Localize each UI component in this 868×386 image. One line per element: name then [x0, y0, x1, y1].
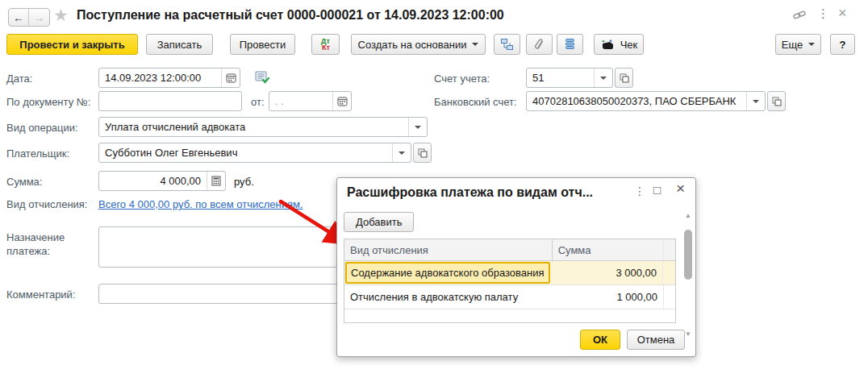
date-label: Дата: — [6, 73, 32, 85]
table-header-row[interactable]: Вид отчисления Сумма — [344, 239, 675, 261]
dropdown-icon[interactable] — [594, 68, 612, 87]
more-actions-button[interactable]: Еще — [775, 34, 821, 55]
account-open-button[interactable] — [615, 68, 633, 88]
dropdown-icon[interactable] — [746, 92, 765, 110]
cancel-button[interactable]: Отмена — [627, 330, 685, 350]
doc-number-label: По документу №: — [6, 96, 90, 108]
payment-breakdown-dialog: Расшифровка платежа по видам отч... ⋮ □ … — [336, 177, 696, 357]
dtkt-icon: ДтКт — [318, 38, 333, 51]
bank-account-field[interactable]: 40702810638050020373, ПАО СБЕРБАНК — [526, 91, 766, 111]
payer-field[interactable]: Субботин Олег Евгеньевич — [98, 143, 411, 163]
deductions-table: Вид отчисления Сумма Содержание адвокатс… — [344, 239, 676, 323]
account-label: Счет учета: — [434, 73, 490, 85]
dialog-scrollbar[interactable]: ▲ ▼ — [683, 212, 693, 338]
add-row-button[interactable]: Добавить — [344, 212, 414, 232]
payment-purpose-label: Назначение платежа: — [6, 230, 87, 258]
bank-account-open-button[interactable] — [767, 91, 786, 111]
scroll-up-icon[interactable]: ▲ — [683, 212, 693, 219]
type-cell[interactable]: Отчисления в адвокатскую палату — [344, 285, 552, 309]
chevron-down-icon — [808, 43, 815, 46]
doc-date-ot-label: от: — [251, 96, 265, 108]
calendar-icon[interactable] — [221, 68, 240, 87]
table-row[interactable]: Содержание адвокатского образования 3 00… — [344, 261, 675, 285]
hierarchy-icon — [500, 38, 514, 51]
check-button[interactable]: Чек — [594, 34, 644, 55]
chevron-down-icon — [472, 43, 478, 46]
operation-label: Вид операции: — [6, 122, 78, 134]
calculator-icon[interactable] — [207, 172, 225, 190]
payer-open-button[interactable] — [413, 143, 432, 163]
doc-date-field[interactable]: . . — [269, 91, 352, 111]
column-header-extra — [663, 239, 675, 260]
window-close-icon[interactable]: × — [838, 6, 847, 19]
date-field[interactable]: 14.09.2023 12:00:00 — [98, 68, 240, 88]
amount-cell[interactable]: 1 000,00 — [552, 285, 663, 309]
page-title: Поступление на расчетный счет 0000-00002… — [77, 8, 504, 23]
column-header-amount[interactable]: Сумма — [552, 239, 663, 260]
get-link-icon[interactable] — [793, 10, 806, 21]
create-based-on-button[interactable]: Создать на основании — [351, 34, 486, 55]
amount-cell[interactable]: 3 000,00 — [550, 261, 662, 284]
scrollbar-thumb[interactable] — [684, 230, 692, 280]
calendar-icon[interactable] — [332, 92, 351, 110]
dropdown-icon[interactable] — [392, 143, 411, 162]
dropdown-icon[interactable] — [408, 118, 427, 136]
amount-field[interactable]: 4 000,00 — [98, 171, 226, 191]
deduction-total-link[interactable]: Всего 4 000,00 руб. по всем отчислениям. — [98, 198, 303, 210]
selected-cell[interactable]: Содержание адвокатского образования — [345, 262, 550, 284]
dtkt-postings-button[interactable]: ДтКт — [311, 34, 340, 55]
stacked-list-icon — [565, 38, 575, 51]
post-button[interactable]: Провести — [230, 34, 295, 55]
reports-button[interactable] — [557, 34, 583, 55]
receipt-document-window: ← → ★ Поступление на расчетный счет 0000… — [0, 0, 868, 386]
dialog-close-icon[interactable]: × — [676, 182, 685, 195]
currency-label: руб. — [234, 176, 254, 188]
back-button[interactable]: ← — [9, 9, 29, 26]
forward-button[interactable]: → — [29, 9, 49, 26]
deduction-type-label: Вид отчисления: — [6, 198, 87, 210]
dialog-maximize-icon[interactable]: □ — [653, 184, 661, 197]
save-button[interactable]: Записать — [146, 34, 213, 55]
account-field[interactable]: 51 — [526, 68, 613, 88]
table-row[interactable]: Отчисления в адвокатскую палату 1 000,00 — [344, 285, 675, 309]
column-header-type[interactable]: Вид отчисления — [344, 239, 552, 260]
favorite-star-icon[interactable]: ★ — [53, 6, 69, 25]
related-documents-button[interactable] — [494, 34, 520, 55]
dialog-title: Расшифровка платежа по видам отч... — [347, 185, 593, 200]
comment-label: Комментарий: — [6, 288, 76, 301]
document-posted-icon — [255, 71, 270, 85]
dialog-more-icon[interactable]: ⋮ — [634, 185, 645, 197]
bank-account-label: Банковский счет: — [434, 96, 517, 108]
attachments-button[interactable] — [526, 34, 553, 55]
window-more-icon[interactable]: ⋮ — [817, 7, 829, 20]
ok-button[interactable]: ОК — [580, 330, 620, 350]
cash-register-icon — [600, 39, 616, 51]
doc-number-field[interactable] — [98, 91, 242, 111]
amount-label: Сумма: — [6, 176, 42, 188]
history-nav: ← → — [8, 8, 50, 27]
paperclip-icon — [533, 38, 546, 51]
operation-field[interactable]: Уплата отчислений адвоката — [98, 117, 428, 137]
post-and-close-button[interactable]: Провести и закрыть — [6, 34, 138, 55]
payer-label: Плательщик: — [6, 147, 69, 160]
empty-row — [344, 309, 675, 322]
help-button[interactable]: ? — [830, 34, 855, 55]
